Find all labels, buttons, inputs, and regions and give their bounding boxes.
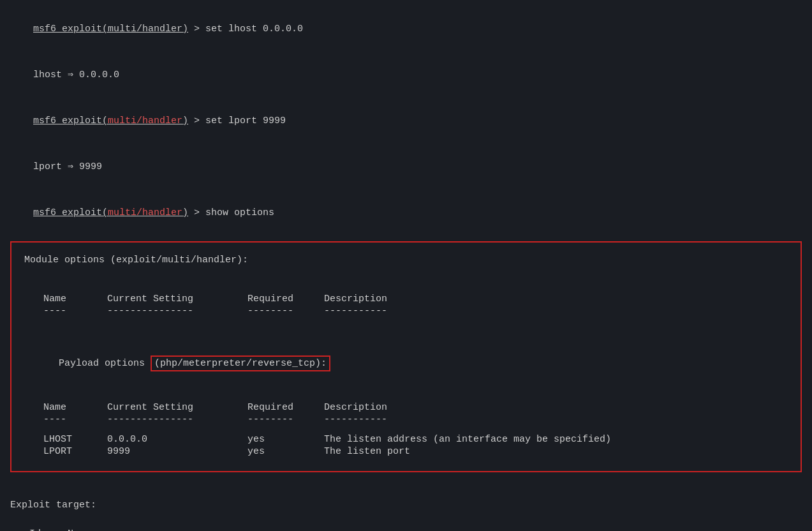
module-options-header: Module options (exploit/multi/handler): [24, 253, 788, 268]
prompt-2: msf6 exploit(multi/handler) [33, 116, 188, 126]
cmd-1: > set lhost 0.0.0.0 [188, 24, 303, 34]
lport-desc: The listen port [324, 446, 707, 457]
payload-underline-desc: ----------- [324, 414, 707, 425]
prompt-1: msf6 exploit(multi/handler) [33, 24, 188, 34]
result-lhost: lhost ⇒ 0.0.0.0 [10, 52, 802, 98]
prompt-3: msf6 exploit(multi/handler) [33, 207, 188, 218]
module-col-name: Name [43, 294, 107, 304]
lhost-row: LHOST 0.0.0.0 yes The listen address (an… [24, 434, 788, 445]
options-box: Module options (exploit/multi/handler): … [10, 241, 802, 472]
module-col-desc: Description [324, 294, 707, 304]
cmd-2: > set lport 9999 [188, 116, 286, 126]
module-underline-desc: ----------- [324, 306, 707, 317]
exploit-name-2: multi/handler [108, 116, 182, 126]
cmd-set-lhost: msf6 exploit(multi/handler) > set lhost … [10, 6, 802, 52]
result-text-1: lhost ⇒ 0.0.0.0 [33, 70, 119, 80]
cmd-set-lport: msf6 exploit(multi/handler) > set lport … [10, 98, 802, 144]
exploit-target-header: Exploit target: [10, 498, 802, 513]
payload-table-header: Name Current Setting Required Descriptio… [24, 402, 788, 413]
payload-underline-setting: --------------- [107, 414, 247, 425]
payload-label: Payload options [59, 358, 151, 369]
payload-col-desc: Description [324, 402, 707, 413]
module-table-header: Name Current Setting Required Descriptio… [24, 294, 788, 304]
cmd-show-options: msf6 exploit(multi/handler) > show optio… [10, 190, 802, 236]
result-lport: lport ⇒ 9999 [10, 144, 802, 190]
module-col-setting: Current Setting [107, 294, 247, 304]
name-col-header: Name [68, 528, 195, 531]
lhost-name: LHOST [43, 434, 107, 445]
payload-table-underline: ---- --------------- -------- ----------… [24, 414, 788, 425]
payload-col-required: Required [247, 402, 324, 413]
payload-name-box: (php/meterpreter/reverse_tcp): [151, 355, 330, 371]
exploit-target-columns: Id Name [10, 528, 802, 531]
module-underline-required: -------- [247, 306, 324, 317]
lhost-desc: The listen address (an interface may be … [324, 434, 707, 445]
payload-col-setting: Current Setting [107, 402, 247, 413]
result-text-2: lport ⇒ 9999 [33, 161, 102, 172]
lport-setting: 9999 [107, 446, 247, 457]
payload-underline-name: ---- [43, 414, 107, 425]
lport-name: LPORT [43, 446, 107, 457]
module-underline-setting: --------------- [107, 306, 247, 317]
exploit-name-3: multi/handler [108, 207, 182, 218]
lport-required: yes [247, 446, 324, 457]
exploit-target-section: Exploit target: Id Name -- ---- 0 Wildca… [10, 498, 802, 531]
payload-underline-required: -------- [247, 414, 324, 425]
terminal: msf6 exploit(multi/handler) > set lhost … [10, 6, 802, 531]
lhost-required: yes [247, 434, 324, 445]
lhost-setting: 0.0.0.0 [107, 434, 247, 445]
cmd-3: > show options [188, 207, 274, 218]
module-table-underline: ---- --------------- -------- ----------… [24, 306, 788, 317]
payload-options-header: Payload options (php/meterpreter/reverse… [24, 341, 788, 387]
module-col-required: Required [247, 294, 324, 304]
payload-col-name: Name [43, 402, 107, 413]
lport-row: LPORT 9999 yes The listen port [24, 446, 788, 457]
id-col-header: Id [29, 528, 55, 531]
module-underline-name: ---- [43, 306, 107, 317]
